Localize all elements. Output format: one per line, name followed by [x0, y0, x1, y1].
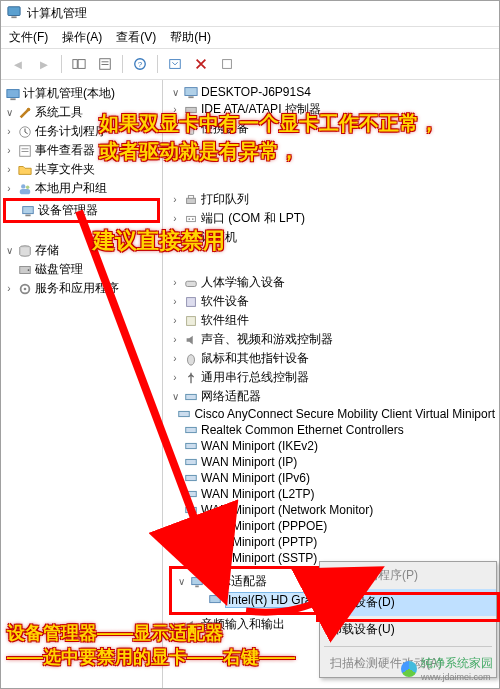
svg-rect-47 — [186, 475, 197, 480]
properties-icon[interactable] — [94, 53, 116, 75]
expand-icon[interactable]: › — [169, 194, 181, 205]
left-tree[interactable]: 计算机管理(本地) ∨系统工具 ›任务计划程序 ›事件查看器 ›共享文件夹 ›本… — [1, 80, 163, 688]
tree-event-viewer[interactable]: 事件查看器 — [35, 142, 95, 159]
cat-portable[interactable]: 便携设备 — [201, 120, 249, 137]
cat-ide[interactable]: IDE ATA/ATAPI 控制器 — [201, 101, 321, 118]
collapse-icon[interactable]: ∨ — [3, 107, 15, 118]
svg-rect-6 — [102, 64, 109, 65]
collapse-icon[interactable]: ∨ — [175, 576, 187, 587]
collapse-icon[interactable]: ∨ — [169, 87, 181, 98]
folder-icon — [18, 163, 32, 177]
computer-icon — [184, 85, 198, 99]
forward-icon[interactable]: ► — [33, 53, 55, 75]
ctx-update-driver[interactable]: 更新驱动程序(P) — [320, 562, 496, 589]
tree-system-tools[interactable]: 系统工具 — [35, 104, 83, 121]
menu-bar: 文件(F) 操作(A) 查看(V) 帮助(H) — [1, 27, 499, 48]
svg-rect-29 — [188, 96, 193, 98]
cat-computers[interactable]: 计算机 — [201, 229, 237, 246]
separator — [122, 55, 123, 73]
net-item[interactable]: WAN Miniport (PPTP) — [201, 535, 317, 549]
svg-point-25 — [28, 269, 30, 271]
svg-rect-30 — [186, 107, 197, 112]
audio-icon — [184, 618, 198, 632]
expand-icon[interactable]: › — [169, 232, 181, 243]
menu-help[interactable]: 帮助(H) — [170, 29, 211, 46]
menu-divider — [324, 646, 492, 647]
tree-storage[interactable]: 存储 — [35, 242, 59, 259]
tree-local-users[interactable]: 本地用户和组 — [35, 180, 107, 197]
usb-icon — [184, 371, 198, 385]
tree-task-scheduler[interactable]: 任务计划程序 — [35, 123, 107, 140]
net-item[interactable]: WAN Miniport (PPPOE) — [201, 519, 327, 533]
menu-action[interactable]: 操作(A) — [62, 29, 102, 46]
menu-file[interactable]: 文件(F) — [9, 29, 48, 46]
net-item[interactable]: Realtek Common Ethernet Controllers — [201, 423, 404, 437]
net-item[interactable]: WAN Miniport (L2TP) — [201, 487, 315, 501]
net-item[interactable]: WAN Miniport (IP) — [201, 455, 297, 469]
back-icon[interactable]: ◄ — [7, 53, 29, 75]
collapse-icon[interactable]: ∨ — [3, 245, 15, 256]
tree-services[interactable]: 服务和应用程序 — [35, 280, 119, 297]
cat-sound[interactable]: 声音、视频和游戏控制器 — [201, 331, 333, 348]
show-tree-icon[interactable] — [68, 53, 90, 75]
net-item[interactable]: WAN Miniport (IKEv2) — [201, 439, 318, 453]
action-icon[interactable] — [216, 53, 238, 75]
expand-icon[interactable]: › — [169, 213, 181, 224]
tree-shared-folders[interactable]: 共享文件夹 — [35, 161, 95, 178]
expand-icon[interactable]: › — [169, 334, 181, 345]
cat-ports[interactable]: 端口 (COM 和 LPT) — [201, 210, 305, 227]
expand-icon[interactable]: › — [169, 123, 181, 134]
help-icon[interactable]: ? — [129, 53, 151, 75]
net-item[interactable]: WAN Miniport (Network Monitor) — [201, 503, 373, 517]
menu-view[interactable]: 查看(V) — [116, 29, 156, 46]
ctx-uninstall-device[interactable]: 卸载设备(U) — [320, 616, 496, 643]
expand-icon[interactable]: › — [169, 104, 181, 115]
cat-soft-dev[interactable]: 软件设备 — [201, 293, 249, 310]
expand-icon[interactable]: › — [3, 183, 15, 194]
expand-icon[interactable]: › — [169, 277, 181, 288]
collapse-icon[interactable]: ∨ — [169, 391, 181, 402]
expand-icon[interactable]: › — [3, 126, 15, 137]
cat-display[interactable]: 显示适配器 — [207, 573, 267, 590]
cat-printers[interactable]: 打印队列 — [201, 191, 249, 208]
expand-icon[interactable]: › — [169, 619, 181, 630]
cat-soft-comp[interactable]: 软件组件 — [201, 312, 249, 329]
network-icon — [184, 390, 198, 404]
net-item[interactable]: WAN Miniport (IPv6) — [201, 471, 310, 485]
tree-device-manager[interactable]: 设备管理器 — [38, 202, 98, 219]
tree-disk-mgmt[interactable]: 磁盘管理 — [35, 261, 83, 278]
expand-icon[interactable]: › — [3, 283, 15, 294]
tree-root[interactable]: 计算机管理(本地) — [23, 85, 115, 102]
svg-rect-37 — [186, 233, 197, 240]
expand-icon[interactable]: › — [169, 296, 181, 307]
toolbar: ◄ ► ? — [1, 48, 499, 80]
cat-hid[interactable]: 人体学输入设备 — [201, 274, 285, 291]
device-manager-icon — [21, 204, 35, 218]
expand-icon[interactable]: › — [169, 353, 181, 364]
portable-icon — [184, 122, 198, 136]
delete-icon[interactable] — [190, 53, 212, 75]
software-icon — [184, 295, 198, 309]
svg-rect-54 — [195, 585, 199, 587]
refresh-icon[interactable] — [164, 53, 186, 75]
expand-icon[interactable]: › — [3, 164, 15, 175]
app-icon — [7, 5, 21, 22]
svg-rect-50 — [186, 523, 197, 528]
expand-icon[interactable]: › — [3, 145, 15, 156]
separator — [157, 55, 158, 73]
net-item[interactable]: Cisco AnyConnect Secure Mobility Client … — [194, 407, 495, 421]
ctx-disable-device[interactable]: 禁用设备(D) — [320, 589, 496, 616]
expand-icon[interactable]: › — [169, 315, 181, 326]
expand-icon[interactable]: › — [169, 372, 181, 383]
computer-name[interactable]: DESKTOP-J6P91S4 — [201, 85, 311, 99]
cat-mouse[interactable]: 鼠标和其他指针设备 — [201, 350, 309, 367]
nic-icon — [184, 455, 198, 469]
cat-network[interactable]: 网络适配器 — [201, 388, 261, 405]
cat-audio[interactable]: 音频输入和输出 — [201, 616, 285, 633]
computer-icon — [184, 231, 198, 245]
ctx-scan-hardware[interactable]: 扫描检测硬件改动(A) — [320, 650, 496, 677]
computer-icon — [6, 87, 20, 101]
cat-usb[interactable]: 通用串行总线控制器 — [201, 369, 309, 386]
net-item[interactable]: WAN Miniport (SSTP) — [201, 551, 317, 565]
svg-rect-10 — [223, 60, 232, 69]
